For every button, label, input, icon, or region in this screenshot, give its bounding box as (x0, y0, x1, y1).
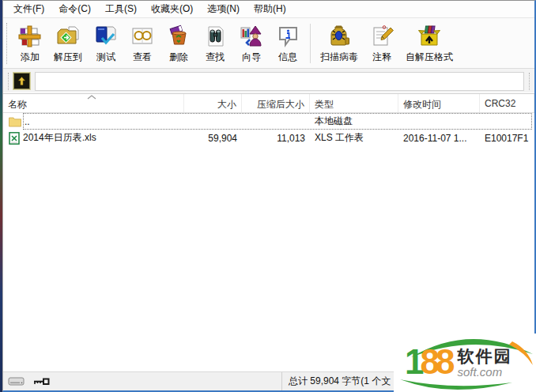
info-button[interactable]: 信息 (270, 21, 306, 66)
add-button[interactable]: 添加 (12, 21, 48, 66)
sfx-format-button[interactable]: 自解压格式 (400, 21, 459, 66)
column-header-type[interactable]: 类型 (310, 94, 398, 112)
watermark-digit-8b: 8 (436, 342, 451, 381)
file-list: 名称 大小 压缩后大小 类型 修改时间 CRC32 .. (3, 94, 534, 371)
watermark-domain: soft.com (457, 365, 511, 379)
sort-ascending-icon (87, 95, 96, 100)
xls-file-type: XLS 工作表 (310, 131, 398, 145)
wizard-button-label: 向导 (242, 51, 261, 64)
menu-favorites[interactable]: 收藏夹(O) (144, 1, 200, 17)
xls-file-crc32: E10017F1 (480, 133, 534, 144)
toolbar-gripper[interactable] (6, 23, 9, 64)
delete-button-label: 删除 (169, 51, 188, 64)
test-button-label: 测试 (96, 51, 115, 64)
scan-virus-button[interactable]: 扫描病毒 (315, 21, 364, 66)
find-icon (202, 24, 228, 49)
delete-button[interactable]: 删除 (160, 21, 197, 66)
key-status-panel[interactable] (28, 372, 54, 390)
add-button-label: 添加 (21, 51, 40, 64)
toolbar: 添加 解压到 测试 (3, 18, 534, 69)
parent-dir-type: 本地磁盘 (310, 115, 398, 128)
comment-icon (369, 24, 394, 49)
parent-dir-label: .. (25, 116, 30, 127)
menu-help[interactable]: 帮助(H) (247, 1, 293, 17)
xls-file-modified: 2016-11-07 1... (398, 133, 480, 144)
site-watermark: 188 软件园 soft.com (394, 334, 536, 392)
view-button[interactable]: 查看 (124, 21, 160, 66)
info-button-label: 信息 (278, 51, 297, 64)
test-archive-icon (93, 24, 119, 49)
test-button[interactable]: 测试 (88, 21, 124, 66)
virus-scan-icon (327, 24, 352, 49)
menu-file[interactable]: 文件(F) (6, 1, 51, 17)
list-header: 名称 大小 压缩后大小 类型 修改时间 CRC32 (3, 94, 534, 113)
folder-up-icon (17, 76, 27, 86)
sfx-format-icon (417, 24, 442, 49)
xls-file-name: 2014年日历表.xls (23, 131, 96, 145)
addressbar-gripper[interactable] (8, 73, 10, 90)
view-file-icon (130, 24, 155, 49)
info-icon (275, 24, 300, 49)
comment-button[interactable]: 注释 (364, 21, 400, 66)
view-button-label: 查看 (133, 51, 152, 64)
xls-file-packed: 11,013 (242, 133, 310, 144)
comment-button-label: 注释 (372, 51, 391, 64)
addressbar-right-gripper[interactable] (529, 73, 531, 90)
xls-file-icon (9, 132, 20, 145)
list-item-xls-file[interactable]: 2014年日历表.xls 59,904 11,013 XLS 工作表 2016-… (3, 130, 534, 146)
delete-icon (166, 24, 191, 49)
address-input[interactable] (35, 72, 524, 91)
address-bar (3, 69, 534, 94)
extract-to-button-label: 解压到 (54, 51, 82, 64)
menu-tools[interactable]: 工具(S) (98, 1, 144, 17)
menu-commands[interactable]: 命令(C) (51, 1, 98, 17)
wizard-button[interactable]: 向导 (233, 21, 270, 66)
wizard-icon (239, 24, 264, 49)
xls-file-size: 59,904 (184, 133, 242, 144)
watermark-digits: 188 (405, 345, 451, 379)
drive-icon (8, 376, 25, 386)
list-item-parent-dir[interactable]: .. 本地磁盘 (3, 113, 534, 130)
menu-bar: 文件(F) 命令(C) 工具(S) 收藏夹(O) 选项(N) 帮助(H) (3, 1, 534, 18)
column-header-packed[interactable]: 压缩后大小 (242, 94, 310, 112)
watermark-digit-1: 1 (405, 342, 420, 381)
up-directory-button[interactable] (13, 73, 30, 89)
winrar-window-screenshot: 文件(F) 命令(C) 工具(S) 收藏夹(O) 选项(N) 帮助(H) 添加 (0, 0, 536, 392)
watermark-logo: 188 软件园 soft.com (405, 345, 511, 379)
toolbar-separator (310, 24, 311, 63)
add-archive-icon (17, 24, 43, 49)
drive-status-panel[interactable] (5, 372, 28, 390)
column-header-modified[interactable]: 修改时间 (398, 94, 480, 112)
find-button-label: 查找 (206, 51, 225, 64)
watermark-site-name: 软件园 (457, 348, 511, 365)
folder-icon (9, 116, 21, 127)
extract-to-icon (55, 24, 81, 49)
menu-options[interactable]: 选项(N) (200, 1, 247, 17)
watermark-digit-8a: 8 (420, 342, 435, 381)
column-header-size[interactable]: 大小 (184, 94, 242, 112)
extract-to-button[interactable]: 解压到 (48, 21, 88, 66)
column-header-crc32[interactable]: CRC32 (480, 94, 534, 112)
scan-virus-button-label: 扫描病毒 (320, 51, 358, 64)
sfx-format-button-label: 自解压格式 (406, 51, 453, 64)
list-rows: .. 本地磁盘 (3, 113, 534, 371)
find-button[interactable]: 查找 (197, 21, 233, 66)
key-icon (32, 376, 51, 386)
